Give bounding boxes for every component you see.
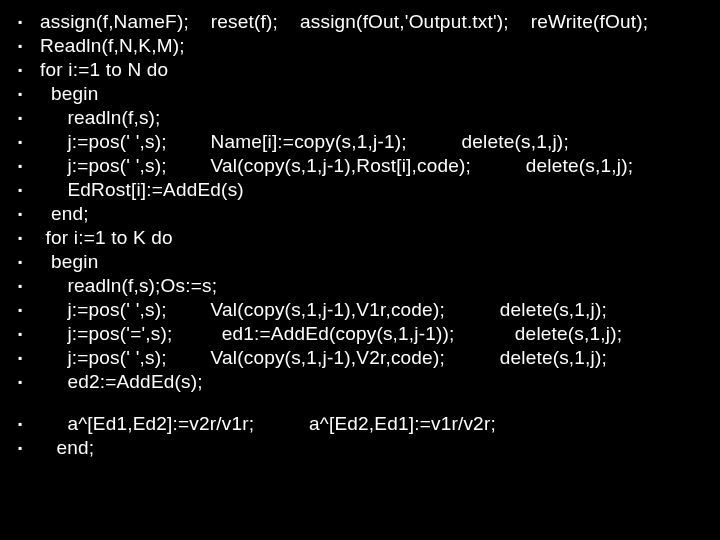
bullet-icon: ▪ bbox=[0, 202, 40, 226]
code-line: ▪ begin bbox=[0, 250, 720, 274]
code-text: j:=pos(' ',s); Val(copy(s,1,j-1),Rost[i]… bbox=[40, 154, 720, 178]
code-text: j:=pos(' ',s); Val(copy(s,1,j-1),V2r,cod… bbox=[40, 346, 720, 370]
code-line: ▪ j:=pos('=',s); ed1:=AddEd(copy(s,1,j-1… bbox=[0, 322, 720, 346]
code-text: end; bbox=[40, 202, 720, 226]
code-line: ▪ readln(f,s); bbox=[0, 106, 720, 130]
code-line: ▪ j:=pos(' ',s); Name[i]:=copy(s,1,j-1);… bbox=[0, 130, 720, 154]
bullet-icon: ▪ bbox=[0, 106, 40, 130]
bullet-icon: ▪ bbox=[0, 34, 40, 58]
code-line: ▪ Readln(f,N,K,M); bbox=[0, 34, 720, 58]
bullet-icon: ▪ bbox=[0, 58, 40, 82]
code-text: for i:=1 to N do bbox=[40, 58, 720, 82]
code-slide: ▪ assign(f,NameF); reset(f); assign(fOut… bbox=[0, 0, 720, 540]
bullet-icon: ▪ bbox=[0, 298, 40, 322]
bullet-icon: ▪ bbox=[0, 82, 40, 106]
code-line: ▪ j:=pos(' ',s); Val(copy(s,1,j-1),V2r,c… bbox=[0, 346, 720, 370]
bullet-icon: ▪ bbox=[0, 370, 40, 394]
bullet-icon: ▪ bbox=[0, 10, 40, 34]
bullet-icon: ▪ bbox=[0, 412, 40, 436]
code-text: Readln(f,N,K,M); bbox=[40, 34, 720, 58]
code-text: ed2:=AddEd(s); bbox=[40, 370, 720, 394]
code-text: j:=pos(' ',s); Val(copy(s,1,j-1),V1r,cod… bbox=[40, 298, 720, 322]
code-line: ▪ readln(f,s);Os:=s; bbox=[0, 274, 720, 298]
code-text: assign(f,NameF); reset(f); assign(fOut,'… bbox=[40, 10, 720, 34]
code-line: ▪ for i:=1 to N do bbox=[0, 58, 720, 82]
code-text: begin bbox=[40, 250, 720, 274]
bullet-icon: ▪ bbox=[0, 178, 40, 202]
code-text: EdRost[i]:=AddEd(s) bbox=[40, 178, 720, 202]
code-text: readln(f,s); bbox=[40, 106, 720, 130]
code-text: a^[Ed1,Ed2]:=v2r/v1r; a^[Ed2,Ed1]:=v1r/v… bbox=[40, 412, 720, 436]
bullet-icon: ▪ bbox=[0, 346, 40, 370]
bullet-icon: ▪ bbox=[0, 154, 40, 178]
bullet-icon: ▪ bbox=[0, 226, 40, 250]
code-line: ▪ j:=pos(' ',s); Val(copy(s,1,j-1),Rost[… bbox=[0, 154, 720, 178]
blank-line bbox=[0, 394, 720, 412]
code-text: j:=pos(' ',s); Name[i]:=copy(s,1,j-1); d… bbox=[40, 130, 720, 154]
code-line: ▪ ed2:=AddEd(s); bbox=[0, 370, 720, 394]
code-line: ▪ begin bbox=[0, 82, 720, 106]
code-line: ▪ EdRost[i]:=AddEd(s) bbox=[0, 178, 720, 202]
code-line: ▪ end; bbox=[0, 436, 720, 460]
code-text: end; bbox=[40, 436, 720, 460]
bullet-icon: ▪ bbox=[0, 130, 40, 154]
code-text: for i:=1 to K do bbox=[40, 226, 720, 250]
code-text: j:=pos('=',s); ed1:=AddEd(copy(s,1,j-1))… bbox=[40, 322, 720, 346]
code-line: ▪ a^[Ed1,Ed2]:=v2r/v1r; a^[Ed2,Ed1]:=v1r… bbox=[0, 412, 720, 436]
code-line: ▪ assign(f,NameF); reset(f); assign(fOut… bbox=[0, 10, 720, 34]
code-text: begin bbox=[40, 82, 720, 106]
code-text: readln(f,s);Os:=s; bbox=[40, 274, 720, 298]
code-line: ▪ end; bbox=[0, 202, 720, 226]
code-line: ▪ j:=pos(' ',s); Val(copy(s,1,j-1),V1r,c… bbox=[0, 298, 720, 322]
code-line: ▪ for i:=1 to K do bbox=[0, 226, 720, 250]
bullet-icon: ▪ bbox=[0, 436, 40, 460]
bullet-icon: ▪ bbox=[0, 274, 40, 298]
bullet-icon: ▪ bbox=[0, 322, 40, 346]
bullet-icon: ▪ bbox=[0, 250, 40, 274]
